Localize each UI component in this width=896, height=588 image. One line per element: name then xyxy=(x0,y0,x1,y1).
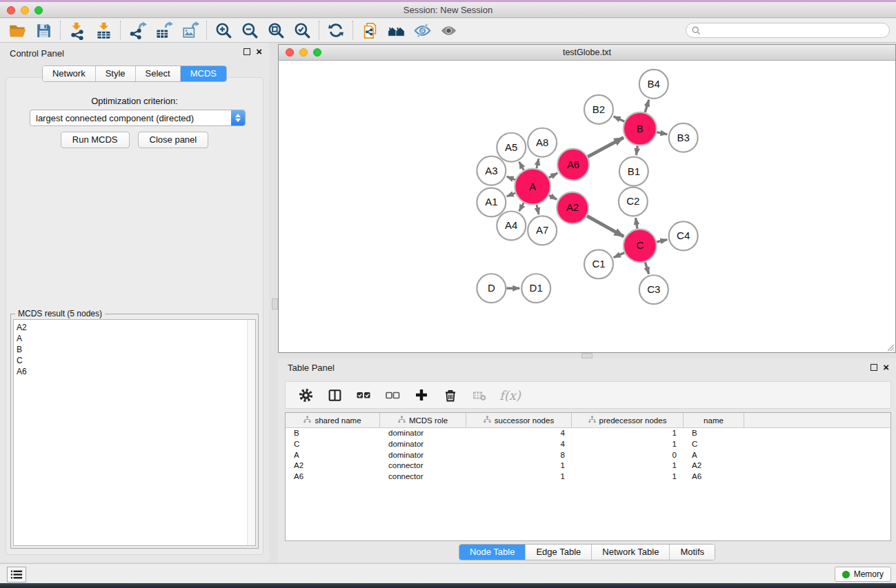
graph-edge-B-B2[interactable] xyxy=(614,116,625,121)
run-mcds-button[interactable]: Run MCDS xyxy=(61,132,130,148)
cell-shared-name[interactable]: A6 xyxy=(286,472,380,483)
tab-node-table[interactable]: Node Table xyxy=(459,545,526,560)
mcds-result-item[interactable]: A xyxy=(17,333,255,344)
graph-edge-C-C4[interactable] xyxy=(657,240,667,242)
graph-node-A3[interactable]: A3 xyxy=(477,156,506,185)
graph-node-B[interactable]: B xyxy=(624,112,657,145)
close-table-panel-icon[interactable]: × xyxy=(883,364,889,371)
unselect-all-columns-icon[interactable] xyxy=(384,386,401,404)
graph-node-B1[interactable]: B1 xyxy=(619,157,648,186)
zoom-in-icon[interactable] xyxy=(210,20,237,41)
cell-mcds-role[interactable]: connector xyxy=(380,460,466,472)
cell-name[interactable]: A6 xyxy=(684,472,744,483)
float-table-panel-icon[interactable] xyxy=(870,364,877,371)
table-row[interactable]: Cdominator41C xyxy=(286,439,890,450)
graph-edge-A-A8[interactable] xyxy=(537,159,539,168)
show-all-eye-icon[interactable] xyxy=(435,20,461,41)
table-row[interactable]: A2connector11A2 xyxy=(286,460,890,472)
horizontal-splitter-grip[interactable] xyxy=(581,353,593,358)
graph-edge-A-A3[interactable] xyxy=(507,176,515,180)
graph-edge-A-A4[interactable] xyxy=(519,203,524,211)
graph-node-C1[interactable]: C1 xyxy=(584,250,613,278)
graph-node-A7[interactable]: A7 xyxy=(528,216,557,245)
cell-predecessor[interactable]: 1 xyxy=(572,460,684,472)
column-header-name[interactable]: name xyxy=(684,413,744,427)
table-row[interactable]: Bdominator41B xyxy=(286,428,890,439)
save-session-icon[interactable] xyxy=(30,20,57,41)
graph-node-A5[interactable]: A5 xyxy=(497,133,526,162)
cell-successor[interactable]: 4 xyxy=(466,439,572,450)
graph-node-C4[interactable]: C4 xyxy=(669,221,698,250)
column-header-predecessor[interactable]: predecessor nodes xyxy=(572,413,684,427)
cell-successor[interactable]: 1 xyxy=(466,460,572,472)
table-options-gear-icon[interactable] xyxy=(297,386,315,404)
export-image-icon[interactable] xyxy=(177,20,203,41)
import-table-icon[interactable] xyxy=(90,20,117,41)
column-header-mcds-role[interactable]: MCDS role xyxy=(380,413,466,427)
graph-edge-A6-B[interactable] xyxy=(588,137,624,156)
graph-node-B4[interactable]: B4 xyxy=(639,70,668,99)
table-row[interactable]: Adominator80A xyxy=(286,450,890,461)
zoom-selected-icon[interactable] xyxy=(289,20,315,41)
cell-mcds-role[interactable]: dominator xyxy=(380,428,466,439)
graph-edge-A-A7[interactable] xyxy=(537,205,539,214)
graph-edge-C-C2[interactable] xyxy=(636,218,637,229)
mcds-result-item[interactable]: C xyxy=(17,355,255,366)
export-table-icon[interactable] xyxy=(150,20,177,41)
network-graph[interactable]: AA6A2BCA1A3A4A5A7A8B1B2B3B4C1C2C3C4DD1 xyxy=(279,61,895,352)
task-history-button[interactable] xyxy=(7,567,26,582)
cell-shared-name[interactable]: B xyxy=(286,428,380,439)
cell-shared-name[interactable]: A xyxy=(286,450,380,461)
tab-style[interactable]: Style xyxy=(96,66,136,81)
cell-predecessor[interactable]: 1 xyxy=(572,472,684,483)
graph-edge-A-A2[interactable] xyxy=(549,195,557,199)
cell-successor[interactable]: 4 xyxy=(466,428,572,439)
table-row[interactable]: A6connector11A6 xyxy=(286,472,890,483)
graph-node-A4[interactable]: A4 xyxy=(497,211,526,240)
graph-node-C[interactable]: C xyxy=(624,229,657,262)
delete-columns-trash-icon[interactable] xyxy=(441,386,459,404)
tab-edge-table[interactable]: Edge Table xyxy=(526,545,592,560)
graph-node-C3[interactable]: C3 xyxy=(639,275,668,304)
graph-node-B2[interactable]: B2 xyxy=(584,95,613,124)
graph-node-D1[interactable]: D1 xyxy=(521,274,550,303)
graph-edge-B-B4[interactable] xyxy=(645,100,649,112)
cell-shared-name[interactable]: C xyxy=(286,439,380,450)
memory-button[interactable]: Memory xyxy=(835,567,891,582)
vertical-splitter-grip[interactable] xyxy=(272,298,278,310)
export-network-icon[interactable] xyxy=(124,20,150,41)
graph-edge-A-A1[interactable] xyxy=(507,193,515,196)
graph-node-A1[interactable]: A1 xyxy=(477,188,506,217)
graph-edge-C-C1[interactable] xyxy=(614,253,624,258)
graph-node-A[interactable]: A xyxy=(515,169,550,205)
graph-edge-A2-C[interactable] xyxy=(587,216,624,236)
cell-shared-name[interactable]: A2 xyxy=(286,460,380,472)
open-file-icon[interactable] xyxy=(4,20,30,41)
tab-motifs[interactable]: Motifs xyxy=(670,545,715,560)
cell-predecessor[interactable]: 0 xyxy=(572,450,684,461)
zoom-out-icon[interactable] xyxy=(237,20,263,41)
optimization-criterion-select[interactable]: largest connected component (directed) xyxy=(30,110,246,126)
list-scrollbar[interactable] xyxy=(247,320,255,545)
hide-selected-eye-slash-icon[interactable] xyxy=(409,20,435,41)
mcds-result-list[interactable]: A2ABCA6 xyxy=(13,319,256,546)
network-canvas[interactable]: AA6A2BCA1A3A4A5A7A8B1B2B3B4C1C2C3C4DD1 xyxy=(279,61,895,352)
cell-mcds-role[interactable]: connector xyxy=(380,472,466,483)
window-resize-grip[interactable] xyxy=(885,342,895,352)
refresh-icon[interactable] xyxy=(323,20,349,41)
tab-network-table[interactable]: Network Table xyxy=(592,545,670,560)
cell-predecessor[interactable]: 1 xyxy=(572,428,684,439)
new-network-from-selection-icon[interactable] xyxy=(357,20,383,41)
select-all-columns-icon[interactable] xyxy=(355,386,372,404)
delete-table-icon[interactable] xyxy=(470,386,488,404)
mcds-result-item[interactable]: B xyxy=(17,344,255,355)
column-header-shared-name[interactable]: shared name xyxy=(286,413,380,427)
mcds-result-item[interactable]: A2 xyxy=(17,322,255,333)
graph-node-A6[interactable]: A6 xyxy=(557,149,589,181)
cell-mcds-role[interactable]: dominator xyxy=(380,439,466,450)
add-column-plus-icon[interactable] xyxy=(412,386,430,404)
mcds-result-item[interactable]: A6 xyxy=(17,366,255,377)
zoom-fit-icon[interactable] xyxy=(263,20,289,41)
cell-name[interactable]: B xyxy=(684,428,744,439)
float-panel-icon[interactable] xyxy=(243,48,250,55)
